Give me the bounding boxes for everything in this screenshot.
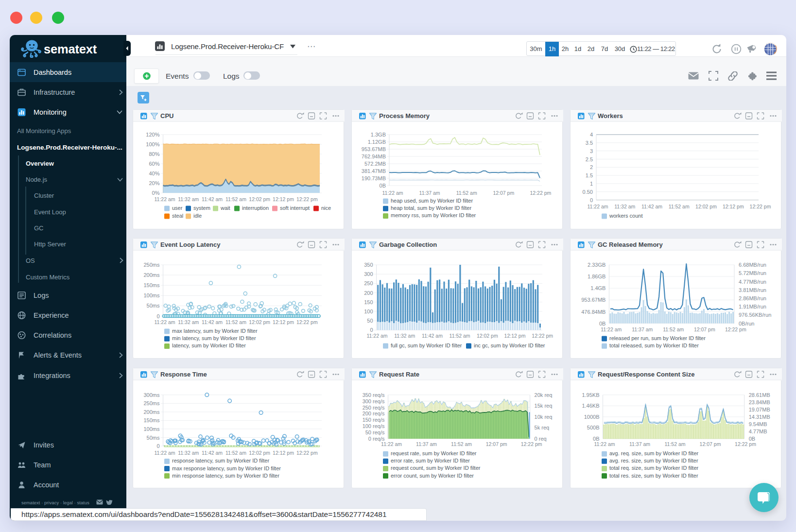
svg-text:11:32 am: 11:32 am [178,319,199,325]
svg-text:4: 4 [590,132,593,137]
svg-text:Request Rate: Request Rate [379,371,419,378]
svg-text:11:42 am: 11:42 am [641,204,662,209]
svg-text:11:32 am: 11:32 am [394,333,415,339]
svg-text:avg. req. size, sum by Worker: avg. req. size, sum by Worker ID filter [609,450,699,456]
svg-text:system: system [193,205,210,211]
svg-text:12:22 pm: 12:22 pm [750,204,771,209]
svg-text:12:22 pm: 12:22 pm [735,441,756,447]
svg-text:15k req: 15k req [535,403,553,409]
svg-text:11:22 am: 11:22 am [381,441,402,447]
svg-text:12:12 pm: 12:12 pm [273,319,294,325]
svg-text:11:42 am: 11:42 am [422,333,443,339]
svg-text:12:02 pm: 12:02 pm [249,450,270,456]
svg-text:2.33GB: 2.33GB [588,262,606,268]
svg-text:100ms: 100ms [143,426,160,432]
svg-text:0: 0 [590,197,593,203]
svg-text:200ms: 200ms [143,409,160,415]
svg-text:11:37 am: 11:37 am [419,190,440,196]
svg-text:total req. size, sum by Worker: total req. size, sum by Worker ID filter [609,465,699,471]
svg-text:100ms: 100ms [143,292,160,298]
svg-text:1.86GB: 1.86GB [588,274,606,279]
svg-text:Event Loop Latency: Event Loop Latency [160,241,221,248]
svg-text:max latency, sum by Worker ID: max latency, sum by Worker ID filter [172,328,258,334]
svg-text:0.50: 0.50 [583,189,593,195]
svg-text:250 req/s: 250 req/s [363,405,385,411]
svg-text:error rate, sum by Worker ID f: error rate, sum by Worker ID filter [391,458,470,463]
svg-text:476.84MB: 476.84MB [581,309,606,315]
svg-text:6.68MB/run: 6.68MB/run [739,262,766,268]
svg-text:12:12 pm: 12:12 pm [273,450,294,456]
svg-text:11:22 am: 11:22 am [588,204,608,209]
svg-text:Garbage Collection: Garbage Collection [379,241,437,248]
svg-text:heap total, sum by Worker ID f: heap total, sum by Worker ID filter [391,205,471,211]
svg-text:12:22 pm: 12:22 pm [296,319,318,325]
svg-text:250ms: 250ms [143,262,160,268]
svg-text:memory rss, sum by Worker ID f: memory rss, sum by Worker ID filter [391,212,476,218]
svg-text:23.84MB: 23.84MB [749,399,770,405]
svg-text:11:32 am: 11:32 am [614,204,635,209]
svg-text:1.4GB: 1.4GB [590,285,606,291]
svg-text:inc gc, sum by Worker ID filte: inc gc, sum by Worker ID filter [474,343,545,348]
svg-text:2.5: 2.5 [586,156,593,162]
svg-text:11:22 am: 11:22 am [155,196,175,202]
svg-text:0B: 0B [380,183,386,189]
svg-text:11:52 am: 11:52 am [456,190,477,196]
svg-text:max response latency, sum by W: max response latency, sum by Worker ID f… [172,465,281,471]
svg-text:40%: 40% [149,171,159,176]
svg-text:150 req/s: 150 req/s [363,417,385,423]
svg-text:150: 150 [364,299,373,305]
svg-text:0B/run: 0B/run [739,321,754,326]
svg-text:200: 200 [364,290,373,296]
svg-text:190.73MB: 190.73MB [362,175,386,181]
svg-text:100 req/s: 100 req/s [363,423,385,429]
svg-text:11:22 am: 11:22 am [594,441,615,447]
svg-text:80%: 80% [149,151,159,157]
svg-text:12:22 pm: 12:22 pm [532,333,553,339]
svg-text:10k req: 10k req [535,414,553,420]
svg-text:4.77MB/run: 4.77MB/run [739,279,766,285]
svg-text:1000B: 1000B [584,414,600,420]
svg-text:12:22 pm: 12:22 pm [296,196,318,202]
svg-text:min latency, sum by Worker ID: min latency, sum by Worker ID filter [172,335,256,341]
svg-text:heap used, sum by Worker ID fi: heap used, sum by Worker ID filter [391,198,473,204]
svg-text:50ms: 50ms [147,303,160,309]
svg-text:Response Time: Response Time [160,371,207,378]
svg-text:12:02 pm: 12:02 pm [249,319,270,325]
svg-text:12:07 pm: 12:07 pm [700,441,721,447]
svg-text:11:32 am: 11:32 am [178,196,199,202]
svg-text:Process Memory: Process Memory [379,112,430,120]
svg-text:11:52 am: 11:52 am [451,441,472,447]
svg-text:50: 50 [367,318,373,324]
svg-text:350 req/s: 350 req/s [363,392,385,398]
svg-text:12:07 pm: 12:07 pm [486,441,507,447]
svg-text:14.31MB: 14.31MB [749,414,770,420]
svg-text:GC Released Memory: GC Released Memory [598,241,663,248]
svg-text:12:02 pm: 12:02 pm [477,333,498,339]
svg-text:250ms: 250ms [143,400,160,406]
svg-text:953.67MB: 953.67MB [362,146,386,152]
svg-text:0%: 0% [152,190,160,196]
svg-text:300ms: 300ms [143,392,160,398]
svg-text:300: 300 [364,271,373,277]
svg-text:request count, sum by Worker I: request count, sum by Worker ID filter [391,465,481,471]
svg-text:11:22 am: 11:22 am [601,326,622,332]
svg-text:steal: steal [172,213,183,219]
svg-text:interruption: interruption [242,205,269,211]
svg-text:500B: 500B [587,425,600,430]
svg-text:11:22 am: 11:22 am [155,319,175,325]
svg-text:2.86MB/run: 2.86MB/run [739,295,766,301]
svg-text:12:07 pm: 12:07 pm [694,326,715,332]
svg-text:50 req/s: 50 req/s [365,429,385,435]
svg-text:953.67MB: 953.67MB [581,297,606,303]
svg-text:100%: 100% [146,141,159,147]
svg-text:1.3GB: 1.3GB [371,132,386,137]
svg-text:11:52 am: 11:52 am [225,196,246,202]
svg-text:11:42 am: 11:42 am [202,319,223,325]
svg-text:250: 250 [364,280,373,286]
svg-text:0B: 0B [599,321,606,326]
svg-text:CPU: CPU [160,112,173,120]
svg-text:1.12GB: 1.12GB [368,139,386,145]
svg-text:11:22 am: 11:22 am [367,333,388,339]
svg-text:11:52 am: 11:52 am [669,204,690,209]
svg-text:request rate, sum by Worker ID: request rate, sum by Worker ID filter [391,450,477,456]
